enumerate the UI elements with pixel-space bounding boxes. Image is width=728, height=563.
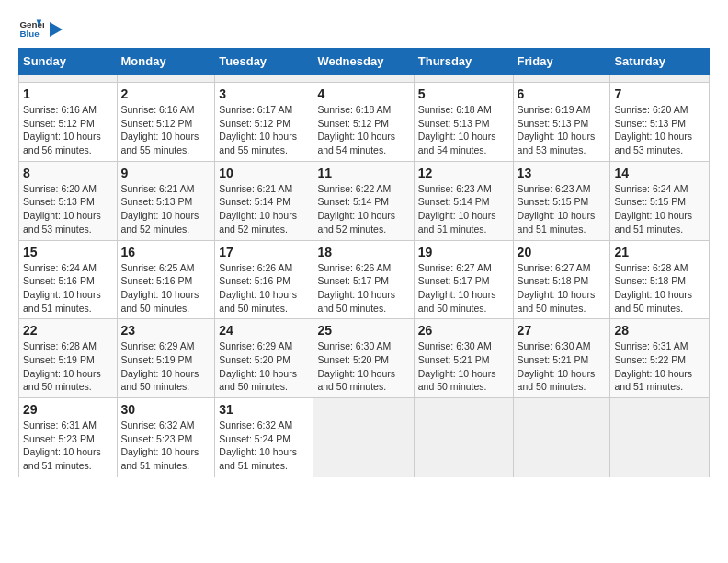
day-number: 4 <box>317 86 409 101</box>
logo-icon: General Blue <box>18 15 44 40</box>
day-number: 21 <box>614 245 705 259</box>
day-number: 20 <box>518 245 607 259</box>
day-number: 3 <box>219 86 309 101</box>
svg-marker-3 <box>50 22 63 37</box>
calendar-cell: 10 Sunrise: 6:21 AM Sunset: 5:14 PM Dayl… <box>215 161 313 240</box>
day-number: 10 <box>219 166 309 180</box>
day-info: Sunrise: 6:28 AM Sunset: 5:19 PM Dayligh… <box>23 339 113 394</box>
svg-text:Blue: Blue <box>19 29 40 39</box>
day-number: 16 <box>121 245 211 259</box>
day-number: 23 <box>121 323 211 338</box>
day-info: Sunrise: 6:17 AM Sunset: 5:12 PM Dayligh… <box>219 103 309 157</box>
day-number: 27 <box>518 323 607 338</box>
calendar-cell <box>19 75 118 83</box>
day-number: 15 <box>23 245 113 259</box>
calendar-cell: 9 Sunrise: 6:21 AM Sunset: 5:13 PM Dayli… <box>117 161 215 240</box>
day-number: 28 <box>614 323 705 338</box>
calendar-cell <box>313 398 414 477</box>
calendar-week-row: 29 Sunrise: 6:31 AM Sunset: 5:23 PM Dayl… <box>19 398 710 477</box>
day-info: Sunrise: 6:22 AM Sunset: 5:14 PM Dayligh… <box>317 182 409 236</box>
day-info: Sunrise: 6:26 AM Sunset: 5:17 PM Dayligh… <box>317 261 409 316</box>
calendar-week-row: 15 Sunrise: 6:24 AM Sunset: 5:16 PM Dayl… <box>19 240 710 319</box>
calendar-cell: 5 Sunrise: 6:18 AM Sunset: 5:13 PM Dayli… <box>414 83 513 162</box>
calendar-cell: 13 Sunrise: 6:23 AM Sunset: 5:15 PM Dayl… <box>513 161 610 240</box>
day-number: 17 <box>219 245 309 259</box>
day-number: 19 <box>418 245 509 259</box>
day-info: Sunrise: 6:30 AM Sunset: 5:21 PM Dayligh… <box>418 339 509 394</box>
day-info: Sunrise: 6:18 AM Sunset: 5:12 PM Dayligh… <box>317 103 409 157</box>
day-info: Sunrise: 6:29 AM Sunset: 5:20 PM Dayligh… <box>219 339 309 394</box>
calendar-cell <box>313 75 414 83</box>
day-info: Sunrise: 6:21 AM Sunset: 5:14 PM Dayligh… <box>219 182 309 236</box>
day-info: Sunrise: 6:20 AM Sunset: 5:13 PM Dayligh… <box>614 103 705 157</box>
calendar-cell: 24 Sunrise: 6:29 AM Sunset: 5:20 PM Dayl… <box>215 319 313 398</box>
calendar-cell <box>117 75 215 83</box>
logo: General Blue <box>18 15 66 40</box>
weekday-header-tuesday: Tuesday <box>215 49 313 75</box>
calendar-cell: 19 Sunrise: 6:27 AM Sunset: 5:17 PM Dayl… <box>414 240 513 319</box>
page-header: General Blue <box>18 15 710 40</box>
calendar-cell: 3 Sunrise: 6:17 AM Sunset: 5:12 PM Dayli… <box>215 83 313 162</box>
day-number: 11 <box>317 166 409 180</box>
day-info: Sunrise: 6:27 AM Sunset: 5:17 PM Dayligh… <box>418 261 509 316</box>
calendar-cell: 12 Sunrise: 6:23 AM Sunset: 5:14 PM Dayl… <box>414 161 513 240</box>
day-info: Sunrise: 6:16 AM Sunset: 5:12 PM Dayligh… <box>121 103 211 157</box>
day-info: Sunrise: 6:24 AM Sunset: 5:16 PM Dayligh… <box>23 261 113 316</box>
day-info: Sunrise: 6:19 AM Sunset: 5:13 PM Dayligh… <box>518 103 607 157</box>
calendar-cell <box>215 75 313 83</box>
calendar-cell: 25 Sunrise: 6:30 AM Sunset: 5:20 PM Dayl… <box>313 319 414 398</box>
day-number: 18 <box>317 245 409 259</box>
day-number: 5 <box>418 86 509 101</box>
day-number: 1 <box>23 86 113 101</box>
calendar-cell <box>610 398 710 477</box>
day-info: Sunrise: 6:29 AM Sunset: 5:19 PM Dayligh… <box>121 339 211 394</box>
day-number: 2 <box>121 86 211 101</box>
day-info: Sunrise: 6:31 AM Sunset: 5:23 PM Dayligh… <box>23 419 113 473</box>
day-number: 8 <box>23 166 113 180</box>
calendar-cell: 28 Sunrise: 6:31 AM Sunset: 5:22 PM Dayl… <box>610 319 710 398</box>
calendar-cell <box>513 75 610 83</box>
day-info: Sunrise: 6:32 AM Sunset: 5:23 PM Dayligh… <box>121 419 211 473</box>
calendar-cell: 16 Sunrise: 6:25 AM Sunset: 5:16 PM Dayl… <box>117 240 215 319</box>
calendar-cell: 11 Sunrise: 6:22 AM Sunset: 5:14 PM Dayl… <box>313 161 414 240</box>
weekday-header-wednesday: Wednesday <box>313 49 414 75</box>
day-info: Sunrise: 6:28 AM Sunset: 5:18 PM Dayligh… <box>614 261 705 316</box>
weekday-header-thursday: Thursday <box>414 49 513 75</box>
calendar-cell: 1 Sunrise: 6:16 AM Sunset: 5:12 PM Dayli… <box>19 83 118 162</box>
calendar-cell: 6 Sunrise: 6:19 AM Sunset: 5:13 PM Dayli… <box>513 83 610 162</box>
day-number: 14 <box>614 166 705 180</box>
calendar-week-row: 1 Sunrise: 6:16 AM Sunset: 5:12 PM Dayli… <box>19 83 710 162</box>
day-number: 9 <box>121 166 211 180</box>
day-info: Sunrise: 6:21 AM Sunset: 5:13 PM Dayligh… <box>121 182 211 236</box>
day-number: 31 <box>219 402 309 417</box>
calendar-cell: 27 Sunrise: 6:30 AM Sunset: 5:21 PM Dayl… <box>513 319 610 398</box>
calendar-cell: 31 Sunrise: 6:32 AM Sunset: 5:24 PM Dayl… <box>215 398 313 477</box>
logo-arrow-icon <box>50 20 66 39</box>
calendar-cell: 14 Sunrise: 6:24 AM Sunset: 5:15 PM Dayl… <box>610 161 710 240</box>
calendar-cell: 21 Sunrise: 6:28 AM Sunset: 5:18 PM Dayl… <box>610 240 710 319</box>
calendar-cell: 26 Sunrise: 6:30 AM Sunset: 5:21 PM Dayl… <box>414 319 513 398</box>
day-info: Sunrise: 6:31 AM Sunset: 5:22 PM Dayligh… <box>614 339 705 394</box>
day-info: Sunrise: 6:30 AM Sunset: 5:20 PM Dayligh… <box>317 339 409 394</box>
weekday-header-row: SundayMondayTuesdayWednesdayThursdayFrid… <box>19 49 710 75</box>
calendar-cell <box>610 75 710 83</box>
weekday-header-sunday: Sunday <box>19 49 118 75</box>
day-info: Sunrise: 6:30 AM Sunset: 5:21 PM Dayligh… <box>518 339 607 394</box>
weekday-header-saturday: Saturday <box>610 49 710 75</box>
calendar-cell: 7 Sunrise: 6:20 AM Sunset: 5:13 PM Dayli… <box>610 83 710 162</box>
day-number: 24 <box>219 323 309 338</box>
day-info: Sunrise: 6:32 AM Sunset: 5:24 PM Dayligh… <box>219 419 309 473</box>
day-info: Sunrise: 6:26 AM Sunset: 5:16 PM Dayligh… <box>219 261 309 316</box>
day-info: Sunrise: 6:23 AM Sunset: 5:14 PM Dayligh… <box>418 182 509 236</box>
calendar-cell: 2 Sunrise: 6:16 AM Sunset: 5:12 PM Dayli… <box>117 83 215 162</box>
calendar-cell: 4 Sunrise: 6:18 AM Sunset: 5:12 PM Dayli… <box>313 83 414 162</box>
day-info: Sunrise: 6:16 AM Sunset: 5:12 PM Dayligh… <box>23 103 113 157</box>
calendar-cell: 30 Sunrise: 6:32 AM Sunset: 5:23 PM Dayl… <box>117 398 215 477</box>
calendar-cell <box>513 398 610 477</box>
calendar-cell: 23 Sunrise: 6:29 AM Sunset: 5:19 PM Dayl… <box>117 319 215 398</box>
day-number: 25 <box>317 323 409 338</box>
day-number: 6 <box>518 86 607 101</box>
day-info: Sunrise: 6:20 AM Sunset: 5:13 PM Dayligh… <box>23 182 113 236</box>
calendar-week-row: 22 Sunrise: 6:28 AM Sunset: 5:19 PM Dayl… <box>19 319 710 398</box>
day-info: Sunrise: 6:23 AM Sunset: 5:15 PM Dayligh… <box>518 182 607 236</box>
